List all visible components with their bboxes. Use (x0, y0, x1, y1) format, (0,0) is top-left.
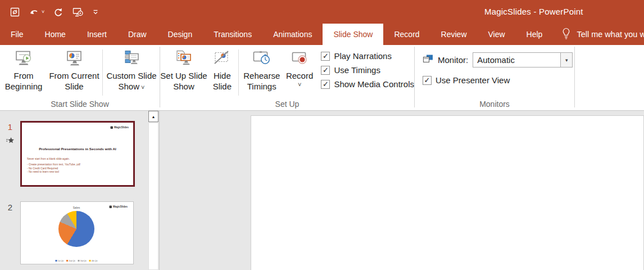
tab-view[interactable]: View (478, 24, 516, 45)
window-title: MagicSlides - PowerPoint (484, 7, 583, 16)
slide-1-title: Professional Presentations in Seconds wi… (22, 147, 133, 151)
checkbox-checked-icon: ✓ (321, 80, 330, 89)
use-presenter-view-checkbox[interactable]: ✓ Use Presenter View (423, 75, 510, 85)
tell-me-label: Tell me what you want to do (577, 30, 644, 39)
slide-1-row: 1 MagicSlides Professional Presen (0, 121, 148, 187)
save-button[interactable] (10, 7, 20, 17)
quick-access-toolbar: ˅ (0, 7, 99, 17)
set-up-slide-show-icon (174, 49, 193, 69)
from-current-slide-label: From Current Slide (47, 70, 101, 92)
play-narrations-checkbox[interactable]: ✓ Play Narrations (321, 51, 414, 61)
ribbon-tab-bar: File Home Insert Draw Design Transitions… (0, 24, 644, 45)
save-icon (10, 7, 20, 17)
tab-slide-show[interactable]: Slide Show (323, 24, 383, 45)
redo-icon (53, 7, 64, 17)
monitor-select-value: Automatic (473, 55, 560, 65)
chevron-down-icon: ˅ (298, 81, 301, 88)
tab-file[interactable]: File (0, 24, 34, 45)
ribbon: From Beginning From Current Slide (0, 45, 644, 111)
legend-marker (66, 260, 68, 262)
rehearse-timings-button[interactable]: Rehearse Timings (240, 46, 284, 92)
monitor-label: Monitor: (438, 55, 468, 65)
slide-2-thumbnail[interactable]: MagicSlides Sales 1st Qtr 2nd Qtr 3rd Qt… (20, 201, 134, 264)
set-up-slide-show-button[interactable]: Set Up Slide Show (160, 46, 207, 92)
hide-slide-icon (212, 49, 232, 69)
from-current-slide-button[interactable]: From Current Slide (47, 46, 101, 92)
divider (102, 50, 103, 96)
undo-button[interactable]: ˅ (29, 7, 44, 16)
sales-pie-chart (58, 211, 94, 247)
tab-draw[interactable]: Draw (117, 24, 157, 45)
pie-legend: 1st Qtr 2nd Qtr 3rd Qtr 4th Qtr (21, 260, 132, 262)
slide-canvas[interactable] (251, 115, 644, 270)
dropdown-arrow-icon[interactable]: ▾ (560, 53, 572, 67)
title-bar: ˅ (0, 0, 644, 24)
group-monitors: Monitor: Automatic ▾ ✓ Use Presenter Vie… (415, 45, 574, 110)
scrollbar-track[interactable] (148, 123, 158, 270)
scrollbar-up-button[interactable]: ▲ (148, 111, 158, 122)
tab-home[interactable]: Home (34, 24, 76, 45)
tab-insert[interactable]: Insert (76, 24, 117, 45)
magicslides-logo: MagicSlides (110, 126, 129, 129)
from-beginning-button[interactable]: From Beginning (0, 46, 47, 92)
hide-slide-label: Hide Slide (207, 70, 237, 92)
from-beginning-icon (14, 49, 33, 69)
checkbox-checked-icon: ✓ (321, 52, 330, 61)
legend-marker (78, 260, 80, 262)
group-label-set-up: Set Up (160, 99, 414, 110)
tab-transitions[interactable]: Transitions (203, 24, 262, 45)
tab-design[interactable]: Design (157, 24, 203, 45)
undo-icon (29, 7, 40, 16)
legend-marker (89, 260, 90, 262)
slide-1-number: 1 (8, 122, 12, 132)
group-divider (574, 47, 575, 107)
group-set-up: Set Up Slide Show Hide Slide (160, 45, 414, 110)
monitor-icon (423, 54, 433, 66)
magicslides-logo-icon (110, 126, 113, 129)
slide-2-number: 2 (8, 202, 12, 212)
animation-star-icon[interactable] (6, 137, 15, 147)
slide-1-bullet: - No need to learn new tool (27, 170, 80, 174)
divider (238, 50, 239, 96)
start-slideshow-icon (72, 7, 84, 17)
hide-slide-button[interactable]: Hide Slide (207, 46, 237, 92)
slide-2-chart-title: Sales (21, 206, 132, 209)
legend-marker (55, 260, 57, 262)
slide-2-row: 2 MagicSlides Sales 1st Qtr 2nd Qtr (0, 201, 148, 264)
checkbox-checked-icon: ✓ (423, 76, 432, 85)
redo-button[interactable] (53, 7, 64, 17)
use-presenter-view-label: Use Presenter View (436, 75, 510, 85)
tab-review[interactable]: Review (430, 24, 478, 45)
thumbnail-scrollbar: ▲ (148, 111, 159, 270)
setup-checkbox-column: ✓ Play Narrations ✓ Use Timings ✓ Show M… (321, 46, 414, 89)
show-media-controls-checkbox[interactable]: ✓ Show Media Controls (321, 79, 414, 89)
customize-qat-icon (92, 8, 99, 15)
tab-record[interactable]: Record (383, 24, 430, 45)
slide-2-gutter: 2 (0, 201, 20, 264)
group-start-slide-show: From Beginning From Current Slide (0, 45, 160, 110)
use-timings-label: Use Timings (334, 65, 380, 75)
from-current-slide-icon (65, 49, 84, 69)
use-timings-checkbox[interactable]: ✓ Use Timings (321, 65, 414, 75)
checkbox-checked-icon: ✓ (321, 66, 330, 75)
start-slideshow-button[interactable] (72, 7, 84, 17)
slide-1-body: Never start from a blank slide again. - … (27, 157, 80, 174)
custom-slide-show-button[interactable]: Custom Slide Show˅ (104, 46, 159, 93)
group-label-monitors: Monitors (415, 99, 574, 110)
tab-animations[interactable]: Animations (262, 24, 323, 45)
rehearse-timings-icon (252, 49, 272, 69)
chevron-down-icon: ˅ (141, 84, 144, 91)
undo-dropdown-icon[interactable]: ˅ (42, 10, 44, 15)
from-beginning-label: From Beginning (0, 70, 47, 92)
rehearse-timings-label: Rehearse Timings (240, 70, 284, 92)
editor-area (159, 111, 644, 270)
show-media-controls-label: Show Media Controls (334, 79, 414, 89)
custom-slide-show-icon (122, 49, 141, 69)
tab-help[interactable]: Help (516, 24, 554, 45)
monitor-select[interactable]: Automatic ▾ (473, 52, 573, 68)
slide-1-thumbnail[interactable]: MagicSlides Professional Presentations i… (20, 121, 135, 187)
record-button[interactable]: Record ˅ (284, 46, 316, 88)
set-up-slide-show-label: Set Up Slide Show (160, 70, 207, 92)
tell-me-box[interactable]: Tell me what you want to do (562, 24, 644, 45)
customize-qat-button[interactable] (92, 8, 99, 15)
